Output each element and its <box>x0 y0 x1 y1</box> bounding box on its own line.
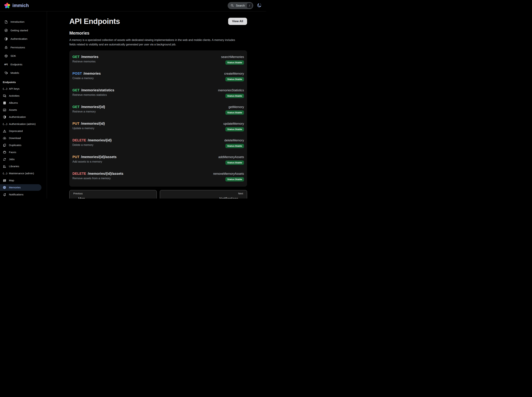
sidebar-endpoint-list: {..} API keys Activities Albums <box>0 86 47 198</box>
chat-icon <box>3 94 6 98</box>
face-icon <box>3 150 6 154</box>
sidebar-item-albums[interactable]: Albums <box>0 99 41 106</box>
pagination-previous-card[interactable]: Previous ← Map <box>69 190 157 198</box>
endpoint-description: Retrieve memories statistics <box>72 93 114 97</box>
sidebar-item-label: Map <box>9 179 14 182</box>
arrow-right-icon: → <box>240 197 243 199</box>
sidebar-item-faces[interactable]: Faces <box>0 149 41 155</box>
sidebar-item-label: Faces <box>9 151 16 154</box>
sidebar-item-duplicates[interactable]: Duplicates <box>0 142 41 149</box>
sidebar-item-label: Authentication <box>11 37 27 40</box>
status-badge: Status:Stable <box>225 94 244 98</box>
sidebar-item-permissions[interactable]: Permissions <box>0 44 47 51</box>
sidebar-item-label: Introduction <box>11 20 25 23</box>
page-title: API Endpoints <box>69 17 120 26</box>
bell-icon <box>3 193 6 196</box>
status-badge: Status:Stable <box>225 77 244 81</box>
sidebar-item-endpoints[interactable]: API Endpoints <box>0 61 47 68</box>
sidebar-item-label: Notifications <box>9 193 23 196</box>
sidebar-item-label: Deprecated <box>9 130 23 133</box>
document-icon <box>4 20 8 24</box>
endpoint-row-get-memory[interactable]: GET /memories/{id} Retrieve a memory get… <box>69 102 247 119</box>
immich-logo-icon <box>4 2 11 9</box>
brand-home-link[interactable]: immich <box>4 2 29 9</box>
status-badge: Status:Stable <box>225 60 244 65</box>
view-all-button[interactable]: View All <box>228 18 247 25</box>
endpoint-path: /memories/{id}/assets <box>81 155 117 159</box>
compass-icon <box>4 29 8 32</box>
method-label: POST <box>72 72 82 75</box>
operation-name: addMemoryAssets <box>218 155 244 159</box>
navbar: immich Search / <box>0 0 266 11</box>
search-input[interactable]: Search / <box>228 2 253 9</box>
sidebar-item-deprecated[interactable]: Deprecated <box>0 128 41 134</box>
sidebar-item-map[interactable]: Map <box>0 177 41 184</box>
sidebar-item-sdk[interactable]: SDK <box>0 52 47 60</box>
sidebar-item-notifications[interactable]: Notifications <box>0 191 41 198</box>
copy-icon <box>3 143 6 147</box>
search-icon <box>231 4 234 7</box>
sidebar-item-models[interactable]: Models <box>0 69 47 77</box>
next-label: Next <box>238 192 243 195</box>
search-shortcut-key: / <box>247 3 252 8</box>
operation-name: updateMemory <box>223 122 244 126</box>
tag-icon <box>4 71 8 75</box>
endpoint-row-create-memory[interactable]: POST /memories Create a memory createMem… <box>69 69 247 86</box>
sidebar-item-download[interactable]: Download <box>0 135 41 141</box>
endpoint-row-memories-statistics[interactable]: GET /memories/statistics Retrieve memori… <box>69 86 247 102</box>
sidebar-item-jobs[interactable]: Jobs <box>0 156 41 162</box>
endpoint-row-update-memory[interactable]: PUT /memories/{id} Update a memory updat… <box>69 119 247 136</box>
main-content: API Endpoints View All Memories A memory… <box>47 11 266 198</box>
shield-icon <box>4 37 8 41</box>
sidebar-item-label: Maintenance (admin) <box>9 172 34 175</box>
search-label: Search <box>236 4 245 7</box>
sidebar-item-activities[interactable]: Activities <box>0 93 41 99</box>
cloud-download-icon <box>3 136 6 140</box>
operation-name: getMemory <box>228 105 244 109</box>
sidebar-item-maintenance-admin[interactable]: {..} Maintenance (admin) <box>0 170 41 177</box>
sidebar-top-list: Introduction Getting started Authenticat… <box>0 18 47 77</box>
album-icon <box>3 101 6 105</box>
endpoint-path: /memories/statistics <box>81 88 114 92</box>
film-reel-icon <box>3 186 6 189</box>
endpoint-row-add-memory-assets[interactable]: PUT /memories/{id}/assets Add assets to … <box>69 152 247 169</box>
sidebar-item-memories[interactable]: Memories <box>0 184 41 191</box>
endpoint-description: Retrieve memories <box>72 60 98 63</box>
sidebar-item-authentication[interactable]: Authentication <box>0 35 47 43</box>
dark-mode-toggle[interactable] <box>257 3 262 8</box>
previous-label: Previous <box>73 192 153 195</box>
sidebar-item-authentication-endpoints[interactable]: Authentication <box>0 114 41 120</box>
page: immich Search / <box>0 0 266 198</box>
endpoint-path: /memories <box>81 55 98 59</box>
endpoint-row-delete-memory[interactable]: DELETE /memories/{id} Delete a memory de… <box>69 136 247 152</box>
sidebar-item-introduction[interactable]: Introduction <box>0 18 47 25</box>
moon-stars-icon <box>257 3 262 8</box>
sidebar-item-authentication-admin[interactable]: {..} Authentication (admin) <box>0 121 41 127</box>
pagination: Previous ← Map Next Notifications → <box>69 190 247 198</box>
method-label: GET <box>72 88 80 92</box>
previous-target: Map <box>78 197 85 198</box>
sidebar-item-label: Models <box>11 71 19 74</box>
method-label: DELETE <box>72 172 86 176</box>
sidebar-item-label: Download <box>9 136 21 140</box>
operation-name: deleteMemory <box>224 139 244 142</box>
sidebar-section-header: Endpoints <box>0 79 47 85</box>
endpoint-row-search-memories[interactable]: GET /memories Retrieve memories searchMe… <box>69 52 247 69</box>
endpoint-description: Add assets to a memory <box>72 160 117 163</box>
sidebar-item-label: Authentication (admin) <box>9 123 36 126</box>
sidebar-item-getting-started[interactable]: Getting started <box>0 27 47 34</box>
operation-name: removeMemoryAssets <box>213 172 244 176</box>
image-icon <box>3 108 6 112</box>
sidebar-item-libraries[interactable]: Libraries <box>0 163 41 170</box>
lock-icon <box>4 46 8 49</box>
endpoint-path: /memories/{id} <box>81 122 105 126</box>
sidebar-item-assets[interactable]: Assets <box>0 107 41 113</box>
section-description: A memory is a specialized collection of … <box>69 38 240 47</box>
sidebar-item-label: Getting started <box>11 29 28 32</box>
endpoint-row-remove-memory-assets[interactable]: DELETE /memories/{id}/assets Remove asse… <box>69 169 247 186</box>
section-heading: Memories <box>69 31 247 36</box>
status-badge: Status:Stable <box>225 161 244 165</box>
method-label: GET <box>72 55 80 59</box>
sidebar-item-api-keys[interactable]: {..} API keys <box>0 86 41 92</box>
pagination-next-card[interactable]: Next Notifications → <box>160 190 247 198</box>
